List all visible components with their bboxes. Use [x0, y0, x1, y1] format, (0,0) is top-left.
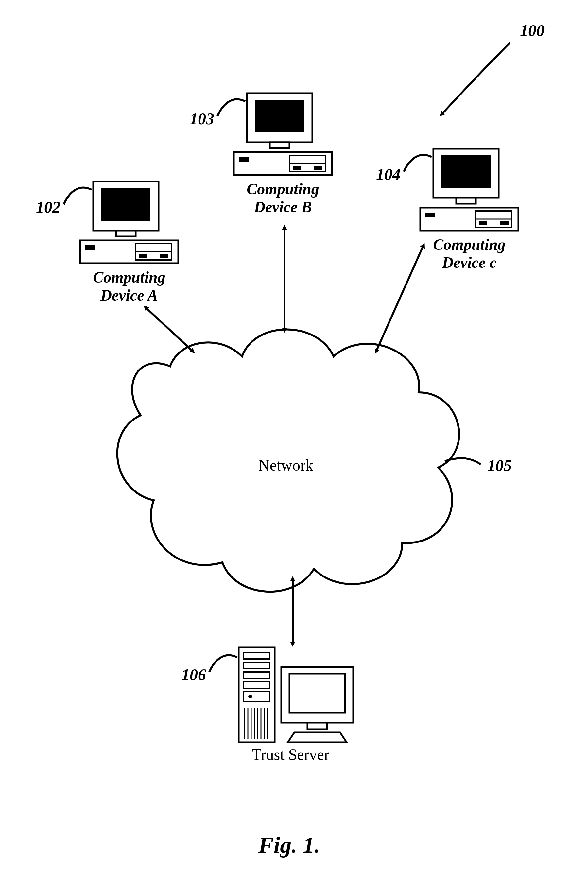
ref-104-lead: [404, 155, 432, 172]
ref-103: 103: [190, 110, 214, 128]
figure-caption: Fig. 1.: [258, 832, 320, 859]
svg-rect-1: [101, 188, 150, 221]
ref-103-lead: [218, 100, 245, 116]
svg-rect-26: [500, 221, 508, 225]
svg-rect-4: [85, 245, 95, 250]
svg-rect-19: [441, 155, 491, 188]
figure-stage: 100 102 Computing Device A 103 Computing…: [0, 0, 588, 894]
ref-102: 102: [36, 198, 60, 217]
computer-a-icon: [80, 181, 178, 263]
svg-rect-16: [293, 166, 301, 170]
svg-rect-22: [425, 213, 435, 217]
svg-rect-7: [139, 254, 147, 258]
svg-rect-42: [281, 667, 353, 723]
ref-100: 100: [520, 21, 544, 40]
svg-rect-13: [239, 157, 249, 162]
ref-102-lead: [64, 188, 92, 204]
ref-106: 106: [181, 666, 206, 684]
svg-rect-17: [314, 166, 322, 170]
ref-106-lead: [209, 655, 237, 672]
label-device-c: Computing Device c: [427, 236, 512, 272]
label-network: Network: [258, 456, 313, 474]
computer-b-icon: [234, 93, 332, 175]
computer-c-icon: [420, 149, 518, 231]
label-trust-server: Trust Server: [252, 746, 330, 764]
label-device-b: Computing Device B: [240, 180, 325, 216]
svg-rect-11: [270, 142, 289, 148]
ref-105: 105: [487, 456, 512, 475]
svg-point-33: [248, 695, 252, 698]
ref-105-lead: [445, 458, 481, 464]
arrow-a-to-cloud: [145, 307, 193, 352]
svg-rect-8: [160, 254, 168, 258]
svg-rect-10: [255, 100, 304, 133]
svg-rect-20: [456, 198, 476, 204]
arrow-c-to-cloud: [376, 245, 423, 352]
label-device-a: Computing Device A: [87, 268, 172, 304]
ref-100-leader: [441, 42, 510, 115]
ref-104: 104: [376, 165, 401, 184]
svg-rect-2: [116, 231, 136, 236]
trust-server-icon: [239, 648, 353, 742]
svg-rect-25: [479, 221, 487, 225]
svg-rect-44: [307, 723, 327, 729]
